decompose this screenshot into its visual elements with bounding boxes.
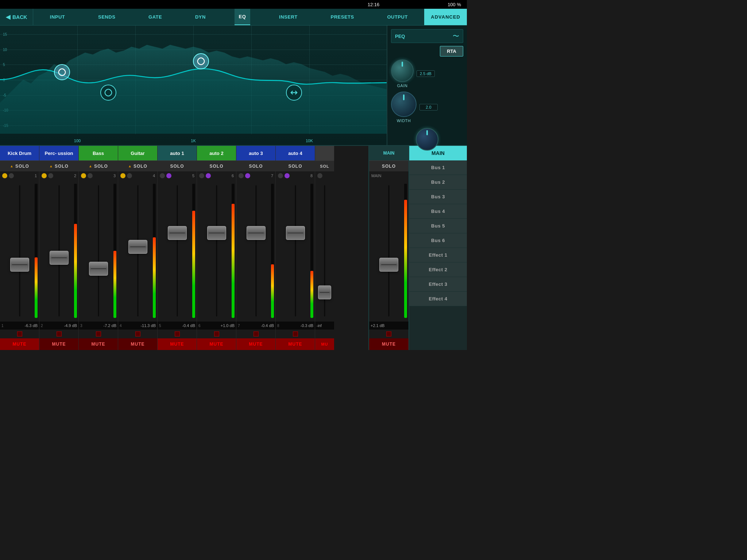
tab-sends[interactable]: SENDS	[94, 9, 120, 25]
channel-6-mute[interactable]: MUTE	[197, 338, 236, 350]
channel-8-level-fill	[310, 271, 313, 318]
channel-4-fader-track[interactable]	[120, 182, 156, 320]
tab-input[interactable]: INPUT	[46, 9, 70, 25]
freq-knob[interactable]	[416, 128, 438, 151]
channel-1-solo[interactable]: SOLO	[0, 160, 39, 171]
channel-3-name[interactable]: Bass	[79, 146, 118, 160]
rta-button[interactable]: RTA	[440, 46, 463, 57]
channel-8-fader-handle[interactable]	[286, 226, 305, 240]
channel-4-mute-indicator	[135, 331, 140, 337]
channel-2-fader-handle[interactable]	[50, 251, 69, 265]
channel-6-level-meter	[232, 184, 235, 318]
tab-presets[interactable]: PRESETS	[326, 9, 359, 25]
channel-9-fader-handle[interactable]	[318, 285, 331, 299]
channel-8-mute[interactable]: MUTE	[276, 338, 315, 350]
channel-5-name[interactable]: auto 1	[158, 146, 197, 160]
channel-4-solo[interactable]: SOLO	[118, 160, 157, 171]
sidebar-bus6[interactable]: Bus 6	[409, 233, 467, 248]
ind-4-2	[127, 173, 132, 178]
master-fader-track[interactable]	[371, 182, 407, 320]
channel-1-fader-track[interactable]	[1, 182, 38, 320]
channel-3-fader-handle[interactable]	[89, 262, 108, 276]
eq-band-4[interactable]	[286, 85, 302, 101]
channel-3-solo[interactable]: SOLO	[79, 160, 118, 171]
master-fader-handle[interactable]	[379, 258, 398, 272]
channel-1-name[interactable]: Kick Drum	[0, 146, 39, 160]
channel-8-level-meter	[310, 184, 313, 318]
channel-5-mute[interactable]: MUTE	[158, 338, 197, 350]
channel-5-mute-indicator	[175, 331, 180, 337]
sidebar-bus1[interactable]: Bus 1	[409, 160, 467, 175]
channel-2-fader-track[interactable]	[41, 182, 77, 320]
tab-dyn[interactable]: DYN	[191, 9, 210, 25]
sidebar-effect3[interactable]: Effect 3	[409, 277, 467, 292]
eq-display[interactable]: 15 10 5 0 -5 -10 -15	[0, 26, 387, 145]
channel-8-fader-track[interactable]	[277, 182, 313, 320]
channel-5-level-meter	[192, 184, 195, 318]
channel-7-solo[interactable]: SOLO	[236, 160, 275, 171]
channel-8-name[interactable]: auto 4	[276, 146, 315, 160]
ind-6-1	[199, 173, 204, 178]
channel-6-fader-handle[interactable]	[207, 226, 226, 240]
channel-7-fader-handle[interactable]	[247, 226, 266, 240]
channel-2-mute[interactable]: MUTE	[39, 338, 78, 350]
advanced-button[interactable]: ADVANCED	[424, 9, 467, 25]
sidebar-bus5[interactable]: Bus 5	[409, 219, 467, 233]
channel-7-db-val: -0.4 dB	[261, 323, 274, 328]
channel-7-fader-track[interactable]	[238, 182, 274, 320]
ind-8-2	[285, 173, 290, 178]
sidebar-main-button[interactable]: MAIN	[409, 146, 467, 160]
sidebar-bus4[interactable]: Bus 4	[409, 204, 467, 219]
sidebar-effect4[interactable]: Effect 4	[409, 292, 467, 306]
tab-insert[interactable]: INSERT	[275, 9, 302, 25]
channel-2-name[interactable]: Perc- ussion	[39, 146, 78, 160]
tab-output[interactable]: OUTPUT	[383, 9, 412, 25]
channel-6-solo[interactable]: SOLO	[197, 160, 236, 171]
sidebar-effect2[interactable]: Effect 2	[409, 262, 467, 277]
channel-9-indicators	[315, 171, 334, 180]
channel-4-indicators: 4	[118, 171, 157, 180]
width-knob[interactable]	[391, 92, 417, 117]
tab-eq[interactable]: EQ	[235, 9, 251, 25]
channel-8-solo[interactable]: SOLO	[276, 160, 315, 171]
eq-band-2[interactable]	[100, 85, 116, 101]
channel-5-solo[interactable]: SOLO	[158, 160, 197, 171]
sidebar-bus2[interactable]: Bus 2	[409, 175, 467, 190]
back-button[interactable]: ◀ BACK	[0, 9, 33, 25]
master-solo[interactable]: SOLO	[369, 160, 409, 171]
channel-1-db-val: -6.3 dB	[25, 323, 38, 328]
channel-5-fader-track[interactable]	[159, 182, 195, 320]
channel-2-level-fill	[74, 224, 77, 318]
channel-4-fader-area	[118, 180, 157, 322]
sidebar-effect1[interactable]: Effect 1	[409, 248, 467, 262]
channel-6-name[interactable]: auto 2	[197, 146, 236, 160]
sidebar-bus3[interactable]: Bus 3	[409, 190, 467, 204]
master-mute[interactable]: MUTE	[369, 338, 409, 350]
eq-band-3[interactable]	[193, 53, 209, 69]
eq-x-10k: 10K	[306, 139, 313, 143]
channel-6-fader-rail	[216, 185, 217, 316]
channel-4-fader-handle[interactable]	[128, 240, 147, 254]
gain-knob[interactable]	[391, 59, 414, 82]
channel-4-mute[interactable]: MUTE	[118, 338, 157, 350]
channel-4-name[interactable]: Guitar	[118, 146, 157, 160]
eq-section: 15 10 5 0 -5 -10 -15	[0, 26, 467, 146]
channel-9-mute[interactable]: MU	[315, 338, 334, 350]
channel-5-fader-handle[interactable]	[168, 226, 187, 240]
channel-6-fader-track[interactable]	[198, 182, 235, 320]
channel-7-number: 7	[271, 174, 273, 178]
channel-7-name[interactable]: auto 3	[236, 146, 275, 160]
channel-3-fader-track[interactable]	[80, 182, 116, 320]
channel-2-mute-indicator	[57, 331, 62, 337]
channel-1-mute[interactable]: MUTE	[0, 338, 39, 350]
channel-9-solo[interactable]: SOL	[315, 160, 334, 171]
channel-2-solo[interactable]: SOLO	[39, 160, 78, 171]
tab-gate[interactable]: GATE	[144, 9, 166, 25]
channel-3-mute[interactable]: MUTE	[79, 338, 118, 350]
channel-5-number: 5	[192, 174, 194, 178]
channel-8-mute-row	[276, 330, 315, 338]
eq-band-1[interactable]	[54, 64, 70, 80]
channel-9-fader-track[interactable]	[317, 182, 333, 320]
channel-7-mute[interactable]: MUTE	[236, 338, 275, 350]
channel-1-fader-handle[interactable]	[10, 258, 29, 272]
